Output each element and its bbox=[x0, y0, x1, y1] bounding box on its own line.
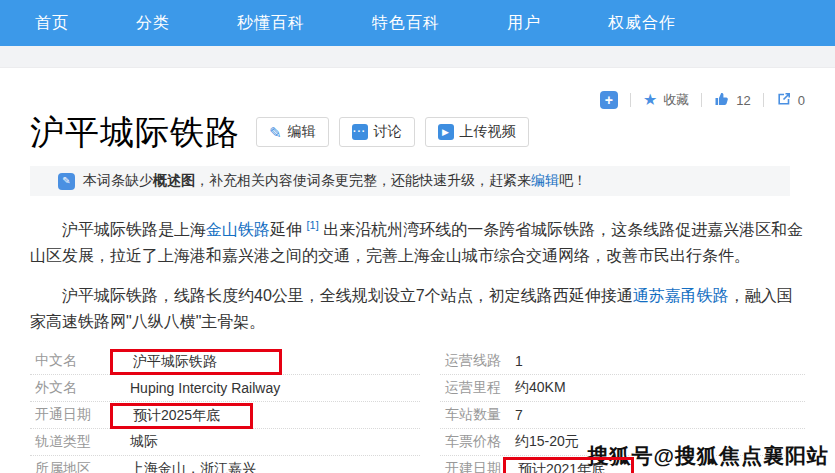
highlight-box: 预计2021年底 bbox=[503, 457, 634, 473]
infobox-value: 上海金山，浙江嘉兴 bbox=[130, 460, 256, 473]
infobox-label: 运营线路 bbox=[445, 352, 515, 370]
nav-item-authority-coop[interactable]: 权威合作 bbox=[608, 13, 676, 34]
reference-1[interactable]: [1] bbox=[306, 219, 318, 231]
infobox-row-operating-lines: 运营线路 1 bbox=[440, 348, 805, 375]
infobox-row-region: 所属地区 上海金山，浙江嘉兴 bbox=[30, 456, 420, 473]
discuss-button[interactable]: ··· 讨论 bbox=[339, 117, 415, 147]
discuss-button-label: 讨论 bbox=[374, 123, 402, 141]
divider bbox=[630, 93, 631, 107]
link-tongsujiayong-railway[interactable]: 通苏嘉甬铁路 bbox=[633, 287, 729, 304]
nav-item-miaodong-baike[interactable]: 秒懂百科 bbox=[237, 13, 305, 34]
infobox-value: 约15-20元 bbox=[515, 433, 579, 451]
infobox-label: 车票价格 bbox=[445, 433, 515, 451]
thumbs-up-icon bbox=[714, 91, 730, 110]
page-band bbox=[0, 46, 835, 68]
like-count: 12 bbox=[736, 93, 750, 108]
highlight-box: 预计2025年底 bbox=[110, 403, 253, 429]
share-count: 0 bbox=[798, 93, 805, 108]
notice-edit-link[interactable]: 编辑 bbox=[531, 172, 559, 188]
infobox-value: 城际 bbox=[130, 433, 158, 451]
infobox-row-chinese-name: 中文名 沪平城际铁路 bbox=[30, 348, 420, 375]
infobox-row-opening-date: 开通日期 预计2025年底 bbox=[30, 402, 420, 429]
nav-item-tese-baike[interactable]: 特色百科 bbox=[372, 13, 440, 34]
page-title: 沪平城际铁路 bbox=[30, 112, 240, 152]
upload-video-label: 上传视频 bbox=[460, 123, 516, 141]
edit-pencil-icon: ✎ bbox=[58, 173, 75, 190]
highlight-box: 沪平城际铁路 bbox=[110, 349, 282, 375]
add-icon[interactable]: + bbox=[600, 91, 618, 109]
infobox-row-station-count: 车站数量 7 bbox=[440, 402, 805, 429]
infobox-value: 约40KM bbox=[515, 379, 566, 397]
favorite-button[interactable]: ★ 收藏 bbox=[643, 91, 689, 109]
divider bbox=[701, 93, 702, 107]
infobox-left-column: 中文名 沪平城际铁路 外文名 Huping Intercity Railway … bbox=[30, 348, 420, 473]
upload-video-button[interactable]: ▶ 上传视频 bbox=[425, 117, 529, 147]
nav-item-category[interactable]: 分类 bbox=[136, 13, 170, 34]
infobox-label: 所属地区 bbox=[35, 460, 130, 473]
edit-button[interactable]: ✎ 编辑 bbox=[256, 117, 329, 147]
entry-content: + ★ 收藏 12 0 沪平城际铁路 ✎ 编辑 ··· 讨论 bbox=[0, 90, 835, 473]
share-button[interactable]: 0 bbox=[776, 91, 805, 110]
play-icon: ▶ bbox=[438, 124, 454, 140]
infobox-row-operating-mileage: 运营里程 约40KM bbox=[440, 375, 805, 402]
nav-item-home[interactable]: 首页 bbox=[35, 13, 69, 34]
link-jinshan-railway[interactable]: 金山铁路 bbox=[206, 221, 270, 238]
pencil-icon: ✎ bbox=[269, 125, 282, 140]
nav-item-user[interactable]: 用户 bbox=[507, 13, 541, 34]
notice-text: 本词条缺少概述图，补充相关内容使词条更完整，还能快速升级，赶紧来编辑吧！ bbox=[83, 172, 587, 190]
infobox-label: 车站数量 bbox=[445, 406, 515, 424]
chat-bubble-icon: ··· bbox=[352, 124, 368, 140]
edit-button-label: 编辑 bbox=[288, 123, 316, 141]
infobox-value: 7 bbox=[515, 407, 523, 423]
intro-paragraph-1: 沪平城际铁路是上海金山铁路延伸 [1] 出来沿杭州湾环线的一条跨省城际铁路，这条… bbox=[30, 212, 805, 269]
notice-bar: ✎ 本词条缺少概述图，补充相关内容使词条更完整，还能快速升级，赶紧来编辑吧！ bbox=[30, 166, 790, 196]
infobox-value: Huping Intercity Railway bbox=[130, 380, 280, 396]
infobox-value: 1 bbox=[515, 353, 523, 369]
infobox-row-track-type: 轨道类型 城际 bbox=[30, 429, 420, 456]
top-nav: 首页 分类 秒懂百科 特色百科 用户 权威合作 bbox=[0, 0, 835, 46]
intro-paragraph-2: 沪平城际铁路，线路长度约40公里，全线规划设立7个站点，初定线路西延伸接通通苏嘉… bbox=[30, 283, 805, 335]
infobox-label: 轨道类型 bbox=[35, 433, 130, 451]
like-button[interactable]: 12 bbox=[714, 91, 750, 110]
infobox-value: 预计2025年底 bbox=[130, 407, 253, 423]
infobox-label: 外文名 bbox=[35, 379, 130, 397]
infobox-label: 运营里程 bbox=[445, 379, 515, 397]
infobox-value: 预计2021年底 bbox=[515, 461, 634, 473]
share-icon bbox=[776, 91, 792, 110]
star-icon: ★ bbox=[643, 92, 657, 108]
header-actions: + ★ 收藏 12 0 bbox=[30, 90, 805, 110]
infobox-value: 沪平城际铁路 bbox=[130, 353, 282, 369]
divider bbox=[763, 93, 764, 107]
favorite-label: 收藏 bbox=[663, 91, 689, 109]
title-row: 沪平城际铁路 ✎ 编辑 ··· 讨论 ▶ 上传视频 bbox=[30, 112, 805, 152]
infobox-row-foreign-name: 外文名 Huping Intercity Railway bbox=[30, 375, 420, 402]
